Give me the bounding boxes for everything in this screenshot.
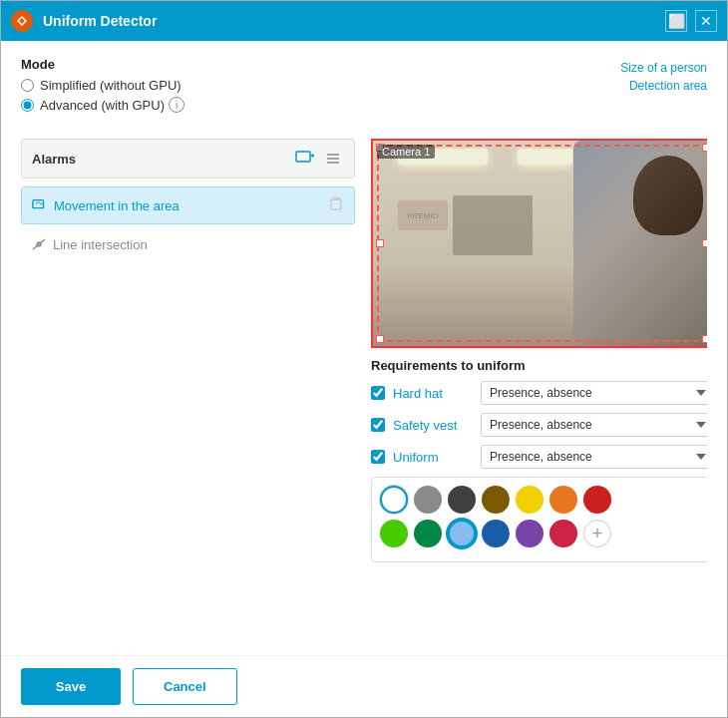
main-area: Alarms	[21, 139, 707, 645]
requirements-section: Requirements to uniform Hard hat Presenc…	[371, 358, 707, 645]
alarms-label: Alarms	[32, 152, 76, 167]
hardhat-label: Hard hat	[393, 386, 473, 401]
handle-tr[interactable]	[702, 144, 707, 152]
color-midblue[interactable]	[482, 520, 510, 547]
mode-simplified-radio[interactable]	[21, 79, 34, 92]
safetyvest-select[interactable]: Presence, absence Presence only Absence …	[481, 413, 707, 437]
detection-area-link[interactable]: Detection area	[629, 79, 707, 93]
light-2	[518, 149, 572, 165]
svg-rect-9	[331, 199, 341, 209]
info-icon[interactable]: i	[169, 97, 184, 113]
left-panel: Alarms	[21, 139, 355, 645]
color-lightgreen[interactable]	[380, 520, 408, 547]
app-icon	[11, 10, 33, 32]
color-red[interactable]	[583, 486, 611, 514]
req-safetyvest-row: Safety vest Presence, absence Presence o…	[371, 413, 707, 437]
alarm-movement-item[interactable]: Movement in the area	[21, 186, 355, 224]
titlebar: Uniform Detector ⬜ ✕	[1, 1, 727, 41]
mode-section: Mode Simplified (without GPU) Advanced (…	[21, 57, 184, 117]
hardhat-checkbox[interactable]	[371, 386, 385, 400]
wall-logo: KREMIO	[398, 200, 448, 230]
mode-option2-row: Advanced (with GPU) i	[21, 97, 184, 113]
color-white[interactable]	[380, 486, 408, 514]
add-alarm-icon[interactable]	[294, 148, 316, 170]
req-hardhat-row: Hard hat Presence, absence Presence only…	[371, 381, 707, 405]
handle-mr[interactable]	[702, 239, 707, 247]
safetyvest-checkbox[interactable]	[371, 418, 385, 432]
color-darkred[interactable]	[549, 520, 577, 547]
cancel-button[interactable]: Cancel	[133, 668, 237, 705]
color-lightblue[interactable]	[448, 520, 476, 547]
window-controls: ⬜ ✕	[665, 10, 717, 32]
mode-simplified-label[interactable]: Simplified (without GPU)	[40, 78, 182, 93]
color-purple[interactable]	[516, 520, 544, 547]
save-button[interactable]: Save	[21, 668, 121, 705]
handle-br[interactable]	[702, 335, 707, 343]
movement-alarm-label: Movement in the area	[54, 198, 180, 213]
delete-alarm-icon[interactable]	[328, 195, 344, 215]
color-row-2: +	[380, 520, 706, 547]
hardhat-select[interactable]: Presence, absence Presence only Absence …	[481, 381, 707, 405]
handle-ml[interactable]	[376, 239, 384, 247]
main-window: Uniform Detector ⬜ ✕ Mode Simplified (wi…	[0, 0, 728, 718]
req-uniform-row: Uniform Presence, absence Presence only …	[371, 445, 707, 469]
window-title: Uniform Detector	[43, 13, 665, 29]
color-add-button[interactable]: +	[583, 520, 611, 547]
alarm-movement-content: Movement in the area	[32, 197, 180, 213]
footer: Save Cancel	[1, 655, 727, 717]
color-yellow[interactable]	[516, 486, 544, 514]
mode-option1-row: Simplified (without GPU)	[21, 78, 184, 93]
camera-view: KREMIO	[371, 139, 707, 348]
maximize-button[interactable]: ⬜	[665, 10, 687, 32]
uniform-checkbox[interactable]	[371, 450, 385, 464]
mode-heading: Mode	[21, 57, 184, 72]
svg-line-14	[33, 239, 45, 249]
camera-background: KREMIO	[373, 141, 707, 346]
right-panel: KREMIO	[371, 139, 707, 645]
line-intersection-label: Line intersection	[53, 237, 148, 252]
close-button[interactable]: ✕	[695, 10, 717, 32]
top-links: Size of a person Detection area	[620, 61, 707, 93]
content-area: Mode Simplified (without GPU) Advanced (…	[1, 41, 727, 655]
alarms-icons	[294, 148, 344, 170]
svg-rect-2	[296, 152, 310, 162]
uniform-label: Uniform	[393, 450, 473, 465]
color-brown[interactable]	[482, 486, 510, 514]
color-darkgreen[interactable]	[414, 520, 442, 547]
color-gray[interactable]	[414, 486, 442, 514]
handle-bl[interactable]	[376, 335, 384, 343]
shelf	[453, 195, 533, 255]
color-picker: +	[371, 477, 707, 562]
head-bg	[633, 156, 703, 235]
uniform-select[interactable]: Presence, absence Presence only Absence …	[481, 445, 707, 469]
alarm-line-item[interactable]: Line intersection	[21, 228, 355, 260]
size-of-person-link[interactable]: Size of a person	[620, 61, 707, 75]
alarms-bar: Alarms	[21, 139, 355, 179]
color-darkgray[interactable]	[448, 486, 476, 514]
mode-advanced-label[interactable]: Advanced (with GPU)	[40, 98, 165, 113]
camera-label: Camera 1	[377, 145, 435, 159]
mode-advanced-radio[interactable]	[21, 99, 34, 112]
person-head	[633, 156, 703, 235]
color-row-1	[380, 486, 706, 514]
settings-alarm-icon[interactable]	[322, 148, 344, 170]
color-orange[interactable]	[549, 486, 577, 514]
safetyvest-label: Safety vest	[393, 418, 473, 433]
requirements-title: Requirements to uniform	[371, 358, 707, 373]
